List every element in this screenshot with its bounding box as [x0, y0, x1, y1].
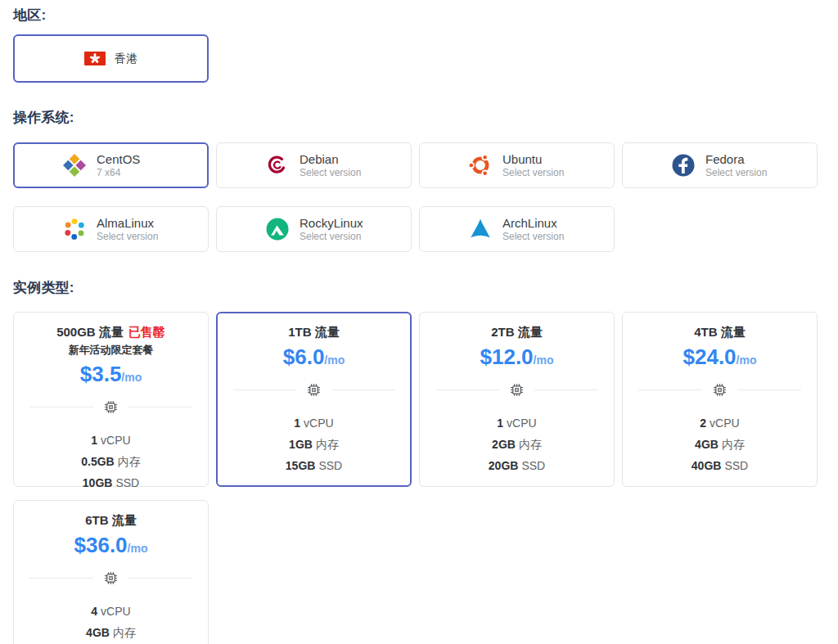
plan-divider — [29, 571, 192, 585]
spec-value: 1GB — [289, 438, 313, 451]
spec-value: 4 — [91, 605, 97, 618]
os-option-text: UbuntuSelect version — [502, 152, 566, 178]
os-option-name: CentOS — [97, 152, 160, 167]
plan-price-period: /mo — [128, 542, 148, 555]
os-option-version: Select version — [300, 231, 363, 242]
spec-value: 20GB — [489, 459, 519, 472]
os-option-text: FedoraSelect version — [705, 152, 769, 178]
spec-value: 15GB — [286, 459, 316, 472]
ubuntu-icon — [467, 152, 493, 178]
spec-line: 4GB内存 — [623, 438, 817, 451]
os-option-ubuntu[interactable]: UbuntuSelect version — [419, 142, 615, 188]
os-option-text: ArchLinuxSelect version — [502, 216, 566, 242]
plan-title: 500GB 流量已售罄 — [14, 324, 208, 340]
region-option-label: 香港 — [115, 52, 137, 66]
spec-value: 1 — [91, 434, 97, 447]
spec-value: 10GB — [83, 476, 113, 489]
spec-line: 0.5GB内存 — [14, 455, 208, 468]
os-option-name: AlmaLinux — [97, 216, 160, 231]
spec-line: 15GBSSD — [218, 459, 410, 472]
archlinux-icon — [467, 216, 493, 242]
plan-card-6tb[interactable]: 6TB 流量$36.0/mo4vCPU4GB内存60GBSSD — [13, 500, 209, 644]
plan-price-period: /mo — [324, 354, 345, 367]
os-option-name: Debian — [300, 152, 363, 167]
os-option-version: Select version — [97, 231, 160, 242]
plan-divider — [29, 400, 192, 414]
os-grid: CentOS7 x64DebianSelect versionUbuntuSel… — [13, 142, 825, 252]
region-option-hongkong[interactable]: 香港 — [13, 34, 209, 83]
spec-line: 4GB内存 — [14, 626, 208, 639]
os-option-almalinux[interactable]: AlmaLinuxSelect version — [13, 206, 209, 252]
spec-unit: SSD — [115, 476, 139, 489]
spec-unit: SSD — [724, 459, 748, 472]
os-option-archlinux[interactable]: ArchLinuxSelect version — [419, 206, 615, 252]
spec-unit: vCPU — [101, 605, 131, 618]
spec-unit: 内存 — [722, 438, 745, 451]
spec-value: 1 — [294, 417, 300, 430]
instance-heading: 实例类型: — [13, 281, 825, 295]
spec-value: 40GB — [692, 459, 722, 472]
cpu-chip-icon — [104, 400, 118, 414]
plan-card-1tb[interactable]: 1TB 流量$6.0/mo1vCPU1GB内存15GBSSD — [216, 312, 412, 487]
spec-unit: vCPU — [304, 417, 334, 430]
plan-traffic-label: 500GB 流量 — [56, 325, 124, 339]
plan-card-2tb[interactable]: 2TB 流量$12.0/mo1vCPU2GB内存20GBSSD — [419, 312, 615, 487]
spec-unit: SSD — [318, 459, 342, 472]
spec-line: 1vCPU — [218, 417, 410, 430]
os-option-fedora[interactable]: FedoraSelect version — [622, 142, 818, 188]
plan-price-amount: $3.5 — [80, 362, 122, 386]
plan-specs: 1vCPU1GB内存15GBSSD — [218, 417, 410, 472]
cpu-chip-icon — [510, 383, 524, 397]
spec-value: 2GB — [492, 438, 516, 451]
plan-price-amount: $12.0 — [480, 345, 534, 369]
spec-unit: SSD — [521, 459, 545, 472]
plan-price-amount: $6.0 — [283, 345, 325, 369]
plan-price-period: /mo — [534, 354, 554, 367]
spec-unit: 内存 — [316, 438, 339, 451]
os-option-name: ArchLinux — [502, 216, 566, 231]
region-grid: 香港 — [13, 34, 825, 83]
os-option-version: Select version — [300, 167, 363, 178]
os-option-rockylinux[interactable]: RockyLinuxSelect version — [216, 206, 412, 252]
os-option-version: 7 x64 — [97, 167, 160, 178]
sold-out-badge: 已售罄 — [128, 325, 165, 339]
cpu-chip-icon — [713, 383, 727, 397]
spec-line: 1GB内存 — [218, 438, 410, 451]
os-option-text: DebianSelect version — [300, 152, 363, 178]
os-option-version: Select version — [705, 167, 769, 178]
rockylinux-icon — [264, 216, 291, 242]
os-option-version: Select version — [502, 167, 566, 178]
spec-value: 2 — [700, 417, 706, 430]
spec-unit: vCPU — [710, 417, 740, 430]
plan-price-amount: $36.0 — [74, 533, 128, 557]
region-heading: 地区: — [13, 8, 825, 23]
plan-price: $12.0/mo — [420, 345, 614, 373]
os-option-debian[interactable]: DebianSelect version — [216, 142, 412, 188]
spec-value: 1 — [497, 417, 503, 430]
plan-price: $3.5/mo — [14, 362, 208, 390]
spec-line: 40GBSSD — [623, 459, 817, 472]
cpu-chip-icon — [307, 383, 321, 397]
vps-order-page: 地区: 香港 操作系统: CentOS7 x64DebianSelect ver… — [0, 0, 838, 644]
plan-card-500gb[interactable]: 500GB 流量已售罄新年活动限定套餐$3.5/mo1vCPU0.5GB内存10… — [13, 312, 209, 487]
plan-traffic-label: 6TB 流量 — [85, 513, 137, 527]
plans-grid: 500GB 流量已售罄新年活动限定套餐$3.5/mo1vCPU0.5GB内存10… — [13, 312, 825, 644]
plan-card-4tb[interactable]: 4TB 流量$24.0/mo2vCPU4GB内存40GBSSD — [622, 312, 818, 487]
plan-title: 2TB 流量 — [420, 324, 614, 340]
plan-price: $24.0/mo — [623, 345, 817, 373]
spec-value: 4GB — [86, 626, 110, 639]
plan-price: $36.0/mo — [14, 533, 208, 561]
spec-unit: vCPU — [507, 417, 537, 430]
plan-promo-subtitle: 新年活动限定套餐 — [14, 342, 208, 358]
os-option-text: AlmaLinuxSelect version — [97, 216, 160, 242]
plan-price: $6.0/mo — [218, 345, 410, 373]
spec-line: 2GB内存 — [420, 438, 614, 451]
os-option-centos[interactable]: CentOS7 x64 — [13, 142, 209, 188]
plan-specs: 1vCPU0.5GB内存10GBSSD — [14, 434, 208, 489]
os-option-version: Select version — [502, 231, 566, 242]
cpu-chip-icon — [104, 571, 118, 585]
plan-traffic-label: 1TB 流量 — [288, 325, 340, 339]
plan-price-period: /mo — [121, 371, 142, 384]
plan-traffic-label: 2TB 流量 — [491, 325, 543, 339]
plan-traffic-label: 4TB 流量 — [694, 325, 746, 339]
